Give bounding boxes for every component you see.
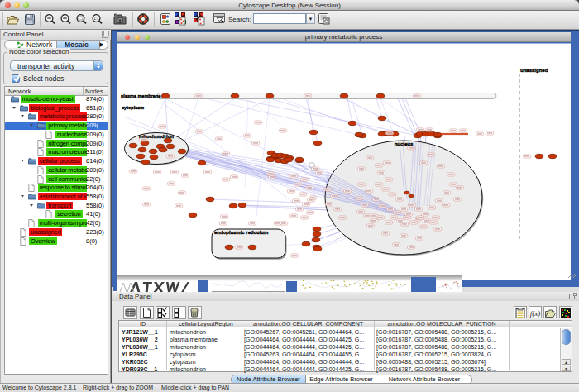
svg-text:cytoplasm: cytoplasm bbox=[122, 105, 144, 110]
svg-text:nucleus: nucleus bbox=[395, 141, 414, 146]
svg-text:endoplasmic reticulum: endoplasmic reticulum bbox=[214, 230, 268, 235]
svg-text:f(x): f(x) bbox=[529, 309, 540, 318]
svg-text:unassigned: unassigned bbox=[520, 68, 548, 73]
svg-text:1:1: 1:1 bbox=[93, 17, 99, 21]
svg-text:plasma membrane: plasma membrane bbox=[121, 93, 160, 98]
